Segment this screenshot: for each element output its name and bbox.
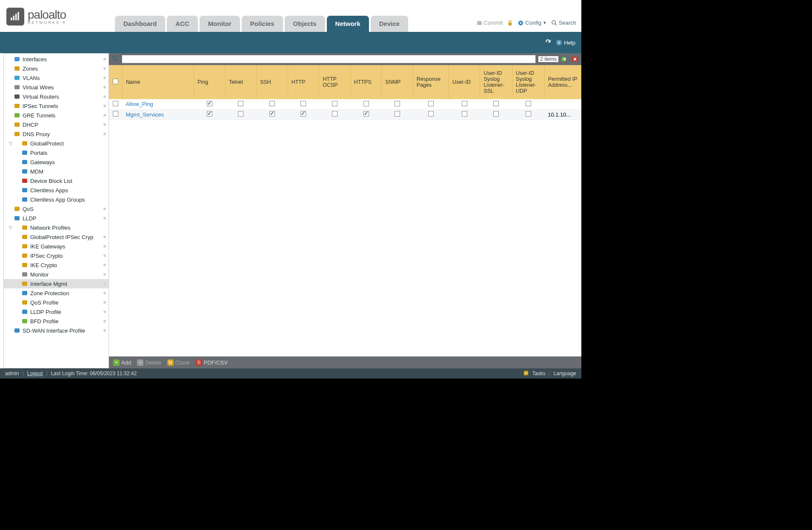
sidebar-item-virtual-routers[interactable]: Virtual Routers: [4, 92, 109, 101]
tasks-icon[interactable]: [523, 370, 529, 377]
sidebar-item-sd-wan-interface-profile[interactable]: SD-WAN Interface Profile: [4, 326, 109, 335]
clone-button[interactable]: ⧉ Clone: [167, 359, 190, 366]
footer-right: Tasks | Language: [523, 370, 576, 377]
clear-filter-icon[interactable]: [571, 55, 579, 63]
tab-network[interactable]: Network: [327, 16, 369, 32]
checkbox-icon[interactable]: [113, 79, 118, 84]
col-select-all[interactable]: [109, 65, 123, 99]
sidebar-item-lldp[interactable]: LLDP: [4, 214, 109, 223]
col-permitted-ip[interactable]: Permitted IP Address...: [544, 65, 581, 99]
table-row[interactable]: Mgmt_Services10.1.10...: [109, 109, 581, 120]
sidebar-item-zone-protection[interactable]: Zone Protection: [4, 288, 109, 298]
status-dot-icon: [103, 77, 106, 79]
svg-rect-27: [22, 197, 27, 202]
table-row[interactable]: Allow_Ping: [109, 99, 581, 109]
pdf-csv-button[interactable]: ⎘ PDF/CSV: [196, 359, 228, 366]
col-ping[interactable]: Ping: [194, 65, 226, 99]
sidebar-item-dhcp[interactable]: DHCP: [4, 120, 109, 129]
sidebar-item-clientless-app-groups[interactable]: Clientless App Groups: [4, 195, 109, 204]
sidebar-item-virtual-wires[interactable]: Virtual Wires: [4, 83, 109, 92]
tab-acc[interactable]: ACC: [167, 16, 198, 32]
status-dot-icon: [103, 208, 106, 210]
sidebar-item-bfd-profile[interactable]: BFD Profile: [4, 316, 109, 326]
sidebar-item-globalprotect-ipsec-crypto[interactable]: GlobalProtect IPSec Cryp: [4, 232, 109, 242]
col-ssh[interactable]: SSH: [257, 65, 288, 99]
sidebar-item-label: SD-WAN Interface Profile: [23, 328, 85, 334]
sidebar-item-network-profiles[interactable]: ▽Network Profiles: [4, 223, 109, 232]
sidebar-item-portals[interactable]: Portals: [4, 148, 109, 157]
sidebar-item-dns-proxy[interactable]: DNS Proxy: [4, 129, 109, 139]
search-button[interactable]: Search: [551, 20, 576, 26]
tab-device[interactable]: Device: [371, 16, 408, 32]
row-checkbox[interactable]: [113, 101, 118, 106]
col-syslog-ssl[interactable]: User-ID Syslog Listener-SSL: [480, 65, 512, 99]
profile-name-link[interactable]: Allow_Ping: [126, 101, 153, 107]
tab-objects[interactable]: Objects: [285, 16, 325, 32]
col-response-pages[interactable]: Response Pages: [413, 65, 449, 99]
sidebar-item-ipsec-tunnels[interactable]: IPSec Tunnels: [4, 101, 109, 111]
sidebar-item-ike-gateways[interactable]: IKE Gateways: [4, 242, 109, 251]
sidebar-item-monitor[interactable]: Monitor: [4, 270, 109, 279]
delete-button[interactable]: − Delete: [137, 359, 161, 366]
col-https[interactable]: HTTPS: [350, 65, 382, 99]
svg-rect-20: [14, 132, 20, 136]
refresh-icon[interactable]: [545, 39, 552, 47]
col-name[interactable]: Name: [123, 65, 194, 99]
tab-monitor[interactable]: Monitor: [200, 16, 240, 32]
help-button[interactable]: ? Help: [556, 40, 575, 46]
sidebar-item-gateways[interactable]: Gateways: [4, 157, 109, 167]
col-http[interactable]: HTTP: [288, 65, 319, 99]
col-user-id[interactable]: User-ID: [449, 65, 480, 99]
sidebar-item-clientless-apps[interactable]: Clientless Apps: [4, 185, 109, 195]
sidebar-item-label: Portals: [30, 150, 47, 156]
sidebar-item-vlans[interactable]: VLANs: [4, 73, 109, 83]
add-button[interactable]: + Add: [113, 359, 131, 366]
expander-icon[interactable]: ▽: [8, 141, 13, 146]
tasks-link[interactable]: Tasks: [532, 370, 546, 376]
sidebar-item-label: GRE Tunnels: [23, 112, 55, 119]
sidebar-item-ipsec-crypto[interactable]: IPSec Crypto: [4, 251, 109, 260]
cell-checkbox: [332, 101, 337, 106]
status-dot-icon: [103, 217, 106, 219]
commit-button[interactable]: Commit: [476, 20, 503, 26]
sdwan-icon: [13, 327, 21, 334]
expander-icon[interactable]: ▽: [8, 225, 13, 230]
status-dot-icon: [103, 254, 106, 257]
svg-rect-33: [22, 254, 27, 258]
apply-filter-icon[interactable]: [561, 55, 569, 63]
svg-rect-21: [22, 141, 27, 145]
sidebar-item-zones[interactable]: Zones: [4, 64, 109, 73]
sidebar-item-qos[interactable]: QoS: [4, 204, 109, 214]
tab-dashboard[interactable]: Dashboard: [115, 16, 165, 32]
profile-name-link[interactable]: Mgmt_Services: [126, 111, 164, 118]
lock-icon[interactable]: [507, 20, 513, 26]
filter-search-icon[interactable]: [112, 55, 119, 63]
logout-link[interactable]: Logout: [27, 370, 43, 376]
svg-point-8: [552, 20, 555, 24]
col-telnet[interactable]: Telnet: [225, 65, 257, 99]
status-dot-icon: [103, 273, 106, 276]
tab-policies[interactable]: Policies: [242, 16, 283, 32]
sidebar-item-gre-tunnels[interactable]: GRE Tunnels: [4, 111, 109, 120]
sidebar-item-interfaces[interactable]: Interfaces: [4, 54, 109, 64]
col-snmp[interactable]: SNMP: [382, 65, 413, 99]
status-dot-icon: [103, 311, 106, 313]
sidebar-item-mdm[interactable]: MDM: [4, 167, 109, 176]
sidebar-item-globalprotect[interactable]: ▽GlobalProtect: [4, 139, 109, 148]
sidebar-item-interface-mgmt[interactable]: Interface Mgmt: [4, 279, 109, 288]
sidebar-item-ike-crypto[interactable]: IKE Crypto: [4, 260, 109, 270]
sidebar-item-device-block-list[interactable]: Device Block List: [4, 176, 109, 185]
delete-icon: −: [137, 359, 143, 366]
svg-rect-30: [22, 225, 27, 230]
col-syslog-udp[interactable]: User-ID Syslog Listener-UDP: [512, 65, 545, 99]
cell-checkbox: [300, 101, 306, 106]
sidebar-item-qos-profile[interactable]: QoS Profile: [4, 298, 109, 307]
config-dropdown[interactable]: Config ▼: [518, 20, 546, 26]
status-dot-icon: [103, 86, 106, 88]
row-checkbox[interactable]: [113, 111, 118, 117]
globalprotect-icon: [21, 140, 29, 147]
language-link[interactable]: Language: [554, 370, 576, 376]
filter-input[interactable]: [122, 55, 536, 63]
col-http-ocsp[interactable]: HTTP OCSP: [319, 65, 351, 99]
sidebar-item-lldp-profile[interactable]: LLDP Profile: [4, 307, 109, 316]
